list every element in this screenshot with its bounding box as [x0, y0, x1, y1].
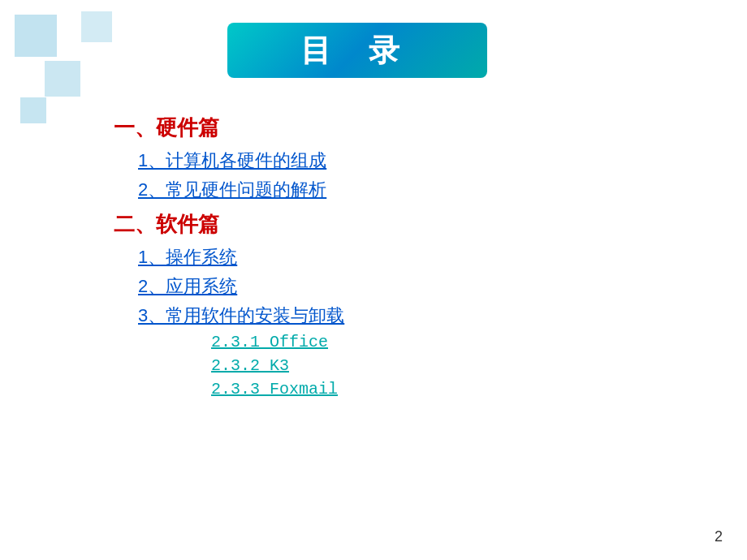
sw-sub-1[interactable]: 2.3.1 Office — [211, 333, 666, 351]
sw-item-3[interactable]: 3、常用软件的安装与卸载 — [138, 304, 666, 328]
sw-item-2[interactable]: 2、应用系统 — [138, 274, 666, 299]
hw-item-1[interactable]: 1、计算机各硬件的组成 — [138, 149, 666, 173]
title-banner: 目 录 — [227, 23, 487, 78]
sw-sub-3[interactable]: 2.3.3 Foxmail — [211, 380, 666, 398]
deco-square-4 — [20, 97, 46, 123]
section-software-heading: 二、软件篇 — [114, 210, 666, 239]
main-content: 一、硬件篇 1、计算机各硬件的组成 2、常见硬件问题的解析 二、软件篇 1、操作… — [114, 106, 666, 403]
deco-square-1 — [15, 15, 57, 57]
sw-item-1[interactable]: 1、操作系统 — [138, 245, 666, 269]
page-number: 2 — [715, 528, 723, 545]
hw-item-2[interactable]: 2、常见硬件问题的解析 — [138, 178, 666, 202]
title-text: 目 录 — [300, 30, 415, 71]
deco-square-3 — [45, 61, 80, 97]
section-hardware-heading: 一、硬件篇 — [114, 114, 666, 142]
sw-sub-2[interactable]: 2.3.2 K3 — [211, 356, 666, 375]
deco-square-2 — [81, 11, 112, 42]
